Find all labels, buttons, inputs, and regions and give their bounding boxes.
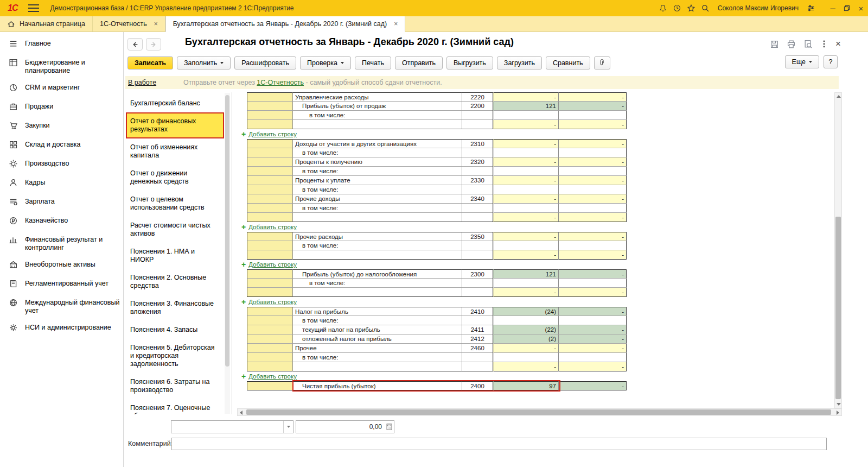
report-section-item[interactable]: Отчет о финансовых результатах: [126, 112, 224, 138]
search-icon[interactable]: [698, 0, 712, 16]
row-name-cell[interactable]: в том числе:: [293, 111, 462, 120]
row-head-cell[interactable]: [247, 288, 293, 297]
row-value-cell[interactable]: -: [493, 232, 559, 241]
row-code-cell[interactable]: 2200: [462, 102, 493, 111]
row-code-cell[interactable]: 2410: [462, 307, 493, 316]
compare-button[interactable]: Сравнить: [546, 56, 590, 70]
report-section-item[interactable]: Отчет о целевом использовании средств: [126, 191, 224, 217]
sidebar-item-warehouse[interactable]: Склад и доставка: [0, 136, 123, 155]
row-code-cell[interactable]: 2460: [462, 344, 493, 353]
user-name[interactable]: Соколов Максим Игоревич: [718, 4, 799, 12]
row-head-cell[interactable]: [247, 232, 293, 241]
row-code-cell[interactable]: 2411: [462, 325, 493, 335]
sections-scrollbar[interactable]: [225, 93, 230, 414]
row-name-cell[interactable]: в том числе:: [293, 279, 462, 288]
history-icon[interactable]: [670, 0, 684, 16]
add-row-link[interactable]: +Добавить строку: [241, 260, 639, 269]
report-section-item[interactable]: Отчет об изменениях капитала: [126, 138, 224, 165]
row-code-cell[interactable]: [462, 250, 493, 260]
row-value-cell[interactable]: [493, 241, 559, 250]
row-value-cell[interactable]: 121: [493, 269, 559, 279]
row-name-cell[interactable]: в том числе:: [293, 167, 462, 176]
row-value-cell[interactable]: -: [493, 157, 559, 167]
forward-button[interactable]: [146, 38, 161, 51]
row-name-cell[interactable]: Прибыль (убыток) до налогообложения: [293, 269, 462, 279]
row-value-cell[interactable]: [493, 353, 559, 362]
row-code-cell[interactable]: 2330: [462, 176, 493, 185]
report-section-item[interactable]: Пояснения 7. Оценочные обязательства: [126, 399, 224, 414]
row-code-cell[interactable]: 2320: [462, 157, 493, 167]
row-name-cell[interactable]: в том числе:: [293, 353, 462, 362]
row-value2-cell[interactable]: -: [559, 307, 627, 316]
more-button[interactable]: Еще: [785, 55, 819, 68]
row-head-cell[interactable]: [247, 325, 293, 335]
row-code-cell[interactable]: [462, 120, 493, 129]
row-value-cell[interactable]: -: [493, 344, 559, 353]
row-name-cell[interactable]: [293, 120, 462, 129]
explain-button[interactable]: Расшифровать: [234, 56, 296, 70]
row-value-cell[interactable]: [493, 316, 559, 325]
row-code-cell[interactable]: [462, 241, 493, 250]
status-state-link[interactable]: В работе: [128, 79, 156, 86]
row-head-cell[interactable]: [247, 335, 293, 344]
row-value-cell[interactable]: (24): [493, 307, 559, 316]
row-name-cell[interactable]: [293, 213, 462, 222]
sections-scrollbar-thumb[interactable]: [225, 95, 229, 367]
row-value2-cell[interactable]: [559, 185, 627, 194]
row-head-cell[interactable]: [247, 120, 293, 129]
sidebar-item-production[interactable]: Производство: [0, 155, 123, 174]
row-value2-cell[interactable]: -: [559, 250, 627, 260]
help-button[interactable]: ?: [824, 55, 838, 68]
comment-input[interactable]: [171, 438, 827, 450]
row-name-cell[interactable]: в том числе:: [293, 148, 462, 157]
fill-button[interactable]: Заполнить: [177, 56, 231, 70]
row-value2-cell[interactable]: -: [559, 213, 627, 222]
row-name-cell[interactable]: отложенный налог на прибыль: [293, 335, 462, 344]
sidebar-item-crm[interactable]: CRM и маркетинг: [0, 79, 123, 98]
row-value-cell[interactable]: -: [493, 176, 559, 185]
row-value2-cell[interactable]: -: [559, 120, 627, 129]
row-code-cell[interactable]: 2350: [462, 232, 493, 241]
row-value2-cell[interactable]: -: [559, 269, 627, 279]
vertical-scrollbar-thumb[interactable]: [835, 217, 841, 399]
row-name-cell[interactable]: в том числе:: [293, 204, 462, 213]
report-section-item[interactable]: Расчет стоимости чистых активов: [126, 217, 224, 243]
row-value-cell[interactable]: -: [493, 92, 559, 102]
sidebar-item-hr[interactable]: Кадры: [0, 174, 123, 193]
row-code-cell[interactable]: 2412: [462, 335, 493, 344]
row-head-cell[interactable]: [247, 362, 293, 371]
row-value-cell[interactable]: -: [493, 213, 559, 222]
row-value2-cell[interactable]: [559, 316, 627, 325]
row-name-cell[interactable]: [293, 288, 462, 297]
row-code-cell[interactable]: 2300: [462, 269, 493, 279]
export-button[interactable]: Выгрузить: [446, 56, 493, 70]
row-value2-cell[interactable]: -: [559, 102, 627, 111]
check-button[interactable]: Проверка: [300, 56, 351, 70]
row-value2-cell[interactable]: -: [559, 335, 627, 344]
row-head-cell[interactable]: [247, 353, 293, 362]
print-button[interactable]: Печать: [355, 56, 391, 70]
row-code-cell[interactable]: [462, 167, 493, 176]
row-value-cell[interactable]: [493, 111, 559, 120]
row-code-cell[interactable]: [462, 353, 493, 362]
add-row-link[interactable]: +Добавить строку: [241, 129, 639, 139]
row-head-cell[interactable]: [247, 250, 293, 260]
row-value-cell[interactable]: [493, 148, 559, 157]
row-value-cell[interactable]: [493, 204, 559, 213]
row-value2-cell[interactable]: -: [559, 325, 627, 335]
report-section-item[interactable]: Пояснения 5. Дебиторская и кредиторская …: [126, 339, 224, 373]
notifications-icon[interactable]: [656, 0, 670, 16]
scroll-up-arrow-icon[interactable]: [837, 95, 841, 98]
row-code-cell[interactable]: [462, 185, 493, 194]
sidebar-item-finresult[interactable]: Финансовый результат и контроллинг: [0, 231, 123, 256]
tab-1c-reporting[interactable]: 1С-Отчетность ×: [93, 16, 165, 31]
sidebar-item-payroll[interactable]: Зарплата: [0, 193, 123, 212]
row-name-cell[interactable]: в том числе:: [293, 316, 462, 325]
sidebar-item-treasury[interactable]: Казначейство: [0, 212, 123, 231]
table-horizontal-scrollbar[interactable]: [237, 408, 842, 416]
row-value2-cell[interactable]: [559, 167, 627, 176]
row-value2-cell[interactable]: -: [559, 362, 627, 371]
row-name-cell[interactable]: Налог на прибыль: [293, 307, 462, 316]
row-head-cell[interactable]: [247, 213, 293, 222]
row-value2-cell[interactable]: -: [559, 381, 627, 390]
